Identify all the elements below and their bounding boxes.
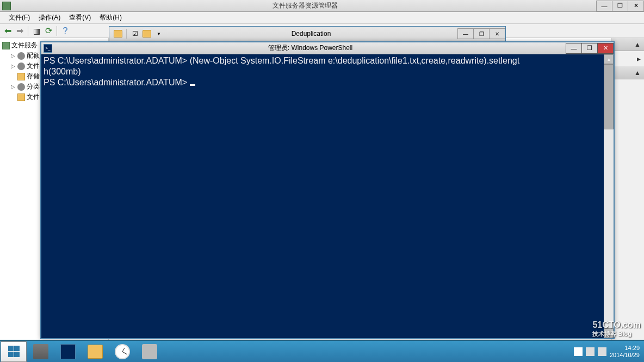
folder-icon [17, 93, 25, 101]
cursor-icon [190, 84, 195, 86]
ps-prompt: PS C:\Users\administrator.ADATUM> [44, 78, 187, 87]
clock-tray[interactable]: 14:29 2014/10/29 [610, 345, 640, 359]
close-button[interactable]: ✕ [489, 28, 505, 39]
maximize-button[interactable]: ❐ [473, 28, 490, 39]
expand-icon[interactable]: ▷ [10, 84, 16, 90]
help-button[interactable]: ? [60, 26, 71, 36]
folder-icon[interactable] [141, 28, 152, 39]
powershell-icon [60, 344, 76, 359]
minimize-button[interactable]: — [566, 43, 582, 54]
watermark: 51CTO.com 技术博客 Blog [592, 320, 641, 338]
explorer-title: Deduplication [164, 30, 458, 38]
server-manager-icon [33, 344, 48, 359]
scroll-thumb[interactable] [604, 64, 614, 129]
minimize-button[interactable]: — [596, 1, 612, 11]
ps-prompt: PS C:\Users\administrator.ADATUM> [44, 56, 187, 65]
taskbar-clock[interactable] [109, 341, 135, 362]
dropdown-icon[interactable]: ▼ [153, 28, 164, 39]
forward-button[interactable]: ➡ [14, 26, 25, 36]
explorer-titlebar[interactable]: ☑ ▼ Deduplication — ❐ ✕ [109, 27, 505, 41]
explorer-icon [88, 345, 103, 359]
mmc-titlebar[interactable]: 文件服务器资源管理器 — ❐ ✕ [0, 0, 644, 12]
properties-icon[interactable]: ☑ [129, 28, 140, 39]
menu-file[interactable]: 文件(F) [4, 12, 34, 23]
ps-command: (New-Object System.IO.FileStream e:\dedu… [190, 56, 519, 65]
scrollbar[interactable]: ▴ ▾ [604, 54, 614, 338]
expand-icon[interactable]: ▷ [10, 53, 16, 59]
windows-logo-icon [8, 346, 20, 357]
expand-icon [10, 94, 16, 101]
gear-icon [17, 83, 25, 91]
action-header[interactable]: ▲ [612, 66, 644, 79]
close-button[interactable]: ✕ [628, 1, 644, 11]
tray-time: 14:29 [610, 345, 640, 352]
server-icon [2, 42, 10, 49]
network-icon[interactable] [586, 347, 595, 356]
show-hide-button[interactable]: ▥ [31, 26, 42, 36]
mmc-menubar: 文件(F) 操作(A) 查看(V) 帮助(H) [0, 12, 644, 24]
back-button[interactable]: ⬅ [2, 26, 13, 36]
powershell-console[interactable]: PS C:\Users\administrator.ADATUM> (New-O… [41, 54, 614, 338]
tree-root-label: 文件服务 [11, 41, 38, 50]
expand-icon [10, 73, 16, 80]
menu-view[interactable]: 查看(V) [65, 12, 95, 23]
minimize-button[interactable]: — [457, 28, 474, 39]
powershell-icon: >_ [44, 44, 52, 53]
scroll-up-button[interactable]: ▴ [604, 54, 614, 64]
ps-command-cont: h(300mb) [44, 67, 81, 76]
collapse-up-icon[interactable]: ▲ [634, 41, 641, 48]
refresh-button[interactable]: ⟳ [43, 26, 54, 36]
fsrm-icon [2, 2, 11, 10]
taskbar-powershell[interactable] [55, 341, 81, 362]
maximize-button[interactable]: ❐ [612, 1, 628, 11]
menu-action[interactable]: 操作(A) [34, 12, 65, 23]
mmc-actions-pane: ▲ ▸ ▲ [611, 38, 644, 340]
app-icon [142, 344, 157, 359]
maximize-button[interactable]: ❐ [581, 43, 598, 54]
folder-icon[interactable] [113, 28, 123, 39]
start-button[interactable] [1, 341, 27, 362]
watermark-text: 51CTO.com [592, 320, 641, 330]
tray-date: 2014/10/29 [610, 352, 640, 359]
taskbar-app[interactable] [137, 341, 163, 362]
powershell-window: >_ 管理员: Windows PowerShell — ❐ ✕ PS C:\U… [40, 41, 615, 339]
action-arrow-right[interactable]: ▸ [612, 51, 644, 66]
explorer-window: ☑ ▼ Deduplication — ❐ ✕ [109, 26, 506, 42]
system-tray: 14:29 2014/10/29 [574, 345, 644, 359]
folder-icon [17, 73, 25, 80]
action-header[interactable]: ▲ [612, 38, 644, 51]
gear-icon [17, 63, 25, 70]
taskbar: 14:29 2014/10/29 [0, 340, 644, 362]
collapse-up-icon[interactable]: ▲ [634, 69, 641, 77]
mmc-title: 文件服务器资源管理器 [13, 1, 597, 10]
scroll-track[interactable] [604, 64, 614, 328]
gear-icon [17, 52, 25, 60]
clock-icon [115, 344, 130, 359]
taskbar-explorer[interactable] [82, 341, 108, 362]
watermark-sub: 技术博客 Blog [592, 330, 641, 338]
powershell-titlebar[interactable]: >_ 管理员: Windows PowerShell — ❐ ✕ [41, 42, 614, 54]
close-button[interactable]: ✕ [597, 43, 614, 54]
taskbar-server-manager[interactable] [28, 341, 54, 362]
sound-icon[interactable] [598, 347, 606, 356]
expand-icon[interactable]: ▷ [10, 63, 16, 70]
action-center-icon[interactable] [574, 347, 583, 356]
menu-help[interactable]: 帮助(H) [95, 12, 126, 23]
powershell-title: 管理员: Windows PowerShell [54, 43, 566, 53]
